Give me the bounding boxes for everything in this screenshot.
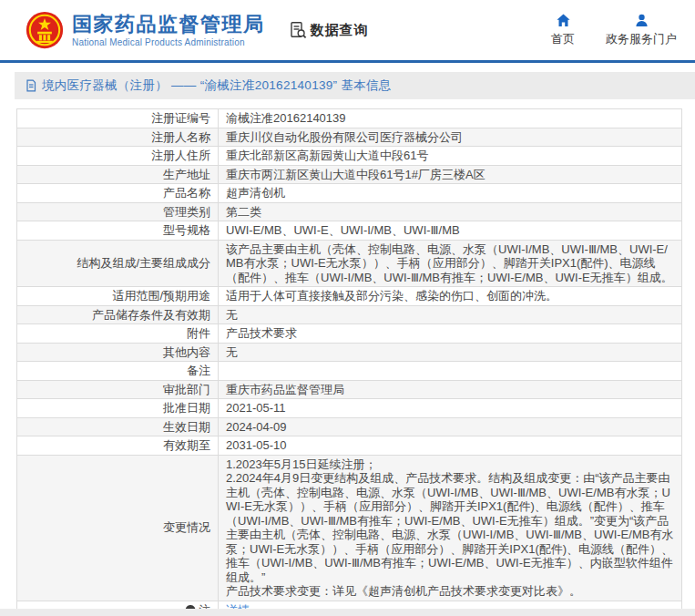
row-label: 生产地址 — [17, 165, 219, 184]
table-row: 注册证编号渝械注准20162140139 — [17, 109, 682, 128]
row-value: 该产品主要由主机（壳体、控制电路、电源、水泵（UWI-I/MB、UWI-Ⅲ/MB… — [219, 240, 682, 287]
data-query-nav[interactable]: 数据查询 — [289, 21, 369, 39]
table-row: 批准日期2021-05-11 — [17, 399, 682, 418]
table-row: 适用范围/预期用途适用于人体可直接接触及部分污染、感染的伤口、创面的冲洗。 — [17, 287, 682, 306]
nav-portal-label: 政务服务门户 — [606, 31, 677, 47]
row-label: 型号规格 — [17, 221, 219, 241]
row-label: 注册人住所 — [17, 147, 219, 166]
row-value: 第二类 — [219, 202, 682, 221]
row-value: 适用于人体可直接接触及部分污染、感染的伤口、创面的冲洗。 — [219, 287, 682, 306]
row-value: UWI-E/MB、UWI-E、UWI-I/MB、UWI-Ⅲ/MB — [219, 221, 682, 241]
row-label: 其他内容 — [17, 343, 219, 362]
table-row: 备注 — [17, 362, 682, 381]
row-value: 重庆北部新区高新园黄山大道中段61号 — [219, 147, 682, 166]
table-row: 结构及组成/主要组成成分该产品主要由主机（壳体、控制电路、电源、水泵（UWI-I… — [17, 240, 682, 287]
table-row: 附件产品技术要求 — [17, 324, 682, 344]
national-emblem-icon — [26, 11, 64, 49]
row-value: 产品技术要求 — [219, 324, 682, 344]
row-label: 有效期至 — [17, 436, 219, 456]
registration-table: 注册证编号渝械注准20162140139注册人名称重庆川仪自动化股份有限公司医疗… — [16, 108, 682, 616]
row-label: 结构及组成/主要组成成分 — [17, 240, 219, 287]
row-value: 2031-05-10 — [219, 436, 682, 456]
site-title: 国家药品监督管理局 — [72, 14, 265, 36]
row-value: 重庆市两江新区黄山大道中段61号1#厂房三楼A区 — [219, 165, 682, 184]
row-label: 管理类别 — [17, 202, 219, 221]
row-label: 适用范围/预期用途 — [17, 287, 219, 306]
nav-portal[interactable]: 政务服务门户 — [606, 13, 677, 47]
row-label: 批准日期 — [17, 399, 219, 418]
nmpa-logo: 国家药品监督管理局 National Medical Products Admi… — [26, 11, 265, 49]
row-label: 附件 — [17, 324, 219, 344]
table-row: 产品储存条件及有效期无 — [17, 305, 682, 324]
registration-table-body: 注册证编号渝械注准20162140139注册人名称重庆川仪自动化股份有限公司医疗… — [17, 109, 682, 616]
breadcrumb-text: 境内医疗器械（注册） —— “渝械注准20162140139” 基本信息 — [42, 77, 392, 94]
row-label: 产品储存条件及有效期 — [17, 305, 219, 324]
table-row: 管理类别第二类 — [17, 202, 682, 221]
row-value: 重庆市药品监督管理局 — [219, 380, 682, 399]
row-label: 注册证编号 — [17, 109, 219, 128]
row-value: 无 — [219, 305, 682, 324]
document-icon — [25, 79, 37, 92]
user-icon — [634, 13, 649, 28]
logo-text: 国家药品监督管理局 National Medical Products Admi… — [72, 14, 265, 47]
home-icon — [556, 13, 571, 28]
row-value: 无 — [219, 343, 682, 362]
row-label: 注册人名称 — [17, 128, 219, 147]
footer-band — [0, 609, 695, 616]
row-label: 生效日期 — [17, 417, 219, 436]
row-value: 超声清创机 — [219, 184, 682, 203]
data-query-label: 数据查询 — [311, 22, 369, 39]
table-row: 审批部门重庆市药品监督管理局 — [17, 380, 682, 399]
row-label: 备注 — [17, 362, 219, 381]
row-label: 审批部门 — [17, 380, 219, 399]
row-value: 2021-05-11 — [219, 399, 682, 418]
top-nav: 首页 政务服务门户 — [551, 13, 677, 47]
breadcrumb: 境内医疗器械（注册） —— “渝械注准20162140139” 基本信息 — [15, 72, 695, 99]
table-row: 注册人名称重庆川仪自动化股份有限公司医疗器械分公司 — [17, 128, 682, 147]
row-value: 1.2023年5月15日延续注册； 2.2024年4月9日变更结构及组成、产品技… — [219, 455, 682, 601]
row-value: 重庆川仪自动化股份有限公司医疗器械分公司 — [219, 128, 682, 147]
table-row: 生产地址重庆市两江新区黄山大道中段61号1#厂房三楼A区 — [17, 165, 682, 184]
table-row: 型号规格UWI-E/MB、UWI-E、UWI-I/MB、UWI-Ⅲ/MB — [17, 221, 682, 241]
table-row: 生效日期2024-04-09 — [17, 417, 682, 436]
site-subtitle: National Medical Products Administration — [72, 37, 265, 47]
table-row: 注册人住所重庆北部新区高新园黄山大道中段61号 — [17, 147, 682, 166]
table-row: 有效期至2031-05-10 — [17, 436, 682, 456]
table-row: 变更情况1.2023年5月15日延续注册； 2.2024年4月9日变更结构及组成… — [17, 455, 682, 601]
nav-home-label: 首页 — [551, 31, 575, 47]
table-row: 其他内容无 — [17, 343, 682, 362]
row-value: 2024-04-09 — [219, 417, 682, 436]
nav-home[interactable]: 首页 — [551, 13, 575, 47]
row-value — [219, 362, 682, 381]
site-header: 国家药品监督管理局 National Medical Products Admi… — [0, 0, 695, 63]
table-row: 产品名称超声清创机 — [17, 184, 682, 203]
row-value: 渝械注准20162140139 — [219, 109, 682, 128]
data-query-icon — [289, 21, 307, 39]
row-label: 产品名称 — [17, 184, 219, 203]
row-label: 变更情况 — [17, 455, 219, 601]
